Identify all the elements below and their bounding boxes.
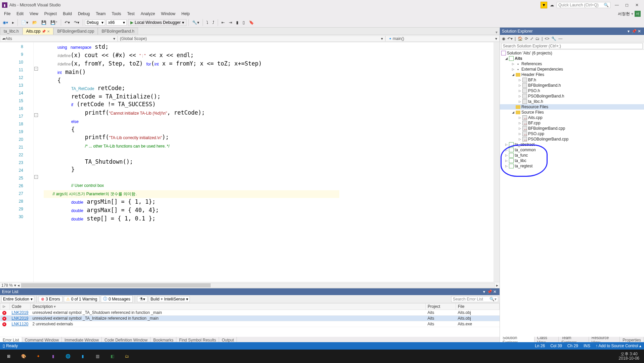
panel-menu-icon[interactable]: ▾ <box>481 289 487 294</box>
se-more-icon[interactable]: — <box>558 36 562 41</box>
config-select[interactable]: Debug▾ <box>85 19 105 26</box>
source-file[interactable]: ▷PSO.cpp <box>500 131 644 136</box>
col-code[interactable]: Code <box>10 304 31 310</box>
menu-build[interactable]: Build <box>60 11 75 17</box>
uncomment-button[interactable]: ▯ <box>241 19 246 26</box>
menu-analyze[interactable]: Analyze <box>138 11 158 17</box>
status-source-control[interactable]: ↑ Add to Source Control ▴ <box>596 344 641 348</box>
pin-icon[interactable]: 📌 <box>42 30 46 33</box>
taskbar-vscode[interactable]: ▮ <box>75 350 90 363</box>
panel-close-icon[interactable]: ✕ <box>637 29 642 34</box>
code-editor[interactable]: 8910111213141516171819202122232425262728… <box>0 42 500 282</box>
tab-bfbolingerband-cpp[interactable]: BFBolingerBand.cpp <box>53 28 98 35</box>
tab-ta-libc-h[interactable]: ta_libc.h <box>0 28 23 35</box>
user-avatar[interactable]: 서 <box>635 11 641 17</box>
error-search-input[interactable]: Search Error List🔍▾ <box>451 296 498 302</box>
source-file[interactable]: ▷BF.cpp <box>500 120 644 126</box>
error-table[interactable]: ⊳ Code Description ▾ Project File ✕ LNK2… <box>0 303 500 337</box>
warnings-filter-button[interactable]: ⚠0 of 1 Warning <box>64 296 100 302</box>
bookmark-button[interactable]: 🔖 <box>248 19 255 26</box>
solution-tree[interactable]: Solution 'Aits' (6 projects) ◢Aits ▷▪Ref… <box>500 50 644 337</box>
project-ta-libc[interactable]: ▷ta_libc <box>500 158 644 163</box>
minimize-button[interactable]: — <box>612 2 622 8</box>
h-scrollbar[interactable] <box>21 283 495 288</box>
header-file[interactable]: ▷BFBolingerBand.h <box>500 83 644 88</box>
system-clock[interactable]: 오후 3:40 2018-10-06 <box>615 352 643 361</box>
error-row[interactable]: ✕ LNK2019 unresolved external symbol _TA… <box>0 310 500 316</box>
panel-menu-icon[interactable]: ▾ <box>626 29 631 34</box>
scroll-left-icon[interactable]: ◂ <box>17 283 19 288</box>
project-scope-select[interactable]: ▰ Aits▾ <box>0 36 118 42</box>
menu-edit[interactable]: Edit <box>14 11 26 17</box>
forward-button[interactable]: ▸ <box>11 19 15 26</box>
header-file[interactable]: ▷PSOBolingerBand.h <box>500 93 644 99</box>
source-file[interactable]: ▷BFBolingerBand.cpp <box>500 126 644 131</box>
menu-team[interactable]: Team <box>93 11 108 17</box>
build-mode-select[interactable]: Build + IntelliSense▾ <box>149 296 190 302</box>
menu-tools[interactable]: Tools <box>109 11 124 17</box>
project-ta-func[interactable]: ▷ta_func <box>500 153 644 158</box>
error-scope-select[interactable]: Entire Solution▾ <box>1 296 34 302</box>
solution-node[interactable]: Solution 'Aits' (6 projects) <box>500 50 644 56</box>
indent-left-button[interactable]: ⇤ <box>220 19 226 26</box>
indent-right-button[interactable]: ⇥ <box>227 19 233 26</box>
header-file[interactable]: ▷BF.h <box>500 77 644 83</box>
tab-aits-cpp[interactable]: Aits.cpp📌✕ <box>23 28 54 35</box>
panel-pin-icon[interactable]: 📌 <box>487 289 492 294</box>
se-back-icon[interactable]: ↶▾ <box>507 36 513 41</box>
undo-button[interactable]: ↶▾ <box>63 19 71 26</box>
taskbar-app[interactable]: ◧ <box>105 350 120 363</box>
project-ta-abstract[interactable]: ▷ta_abstract <box>500 142 644 147</box>
quick-launch-input[interactable]: Quick Launch (Ctrl+Q)🔍 <box>557 2 610 8</box>
start-debug-button[interactable]: ▶Local Windows Debugger▾ <box>128 19 186 26</box>
user-name[interactable]: 서정헌 <box>618 11 630 17</box>
taskbar-vs[interactable]: ▮ <box>46 350 60 363</box>
header-file[interactable]: ▷ta_libc.h <box>500 99 644 104</box>
source-file[interactable]: ▷Aits.cpp <box>500 115 644 120</box>
function-scope-select[interactable]: 🔹 main()▾ <box>385 36 500 42</box>
redo-button[interactable]: ↷▾ <box>73 19 81 26</box>
class-scope-select[interactable]: (Global Scope)▾ <box>118 36 385 42</box>
external-deps-node[interactable]: ▷▪External Dependencies <box>500 67 644 72</box>
error-row[interactable]: ✕ LNK1120 2 unresolved externals Aits Ai… <box>0 321 500 327</box>
editor-scrollbar[interactable] <box>493 42 500 282</box>
maximize-button[interactable]: ◻ <box>622 2 632 8</box>
tab-overflow-icon[interactable]: ▾ <box>493 30 500 35</box>
se-properties-icon[interactable]: <> <box>545 36 549 41</box>
col-icon[interactable]: ⊳ <box>0 304 10 310</box>
project-ta-regtest[interactable]: ▷ta_regtest <box>500 163 644 169</box>
se-collapse-icon[interactable]: ⤢ <box>530 36 533 41</box>
col-description[interactable]: Description ▾ <box>31 304 426 310</box>
menu-debug[interactable]: Debug <box>75 11 92 17</box>
build-button[interactable]: 🔧▾ <box>191 19 201 26</box>
feedback-icon[interactable]: ☁ <box>549 2 555 8</box>
panel-close-icon[interactable]: ✕ <box>492 289 498 294</box>
panel-pin-icon[interactable]: 📌 <box>631 29 637 34</box>
menu-view[interactable]: View <box>27 11 41 17</box>
project-aits[interactable]: ◢Aits <box>500 56 644 61</box>
open-file-button[interactable]: 📂 <box>31 19 39 26</box>
errors-filter-button[interactable]: ⊗3 Errors <box>39 296 62 302</box>
header-file[interactable]: ▷PSO.h <box>500 88 644 93</box>
zoom-level[interactable]: 178 % <box>1 283 13 288</box>
source-file[interactable]: ▷PSOBolingerBand.cpp <box>500 136 644 142</box>
messages-filter-button[interactable]: ⓘ0 Messages <box>101 295 133 302</box>
filter-icon-button[interactable]: ⚗▾ <box>137 296 147 302</box>
close-button[interactable]: ✕ <box>632 2 642 8</box>
taskbar-app[interactable]: ✦ <box>31 350 46 363</box>
notification-badge[interactable]: ▼ <box>541 2 547 8</box>
tab-bfbolingerband-h[interactable]: BFBolingerBand.h <box>98 28 138 35</box>
menu-file[interactable]: File <box>1 11 13 17</box>
step-over-button[interactable]: ⤴ <box>211 19 216 26</box>
se-search[interactable] <box>500 42 644 50</box>
menu-help[interactable]: Help <box>179 11 192 17</box>
new-file-button[interactable]: 📄▾ <box>20 19 30 26</box>
start-button[interactable]: ⊞ <box>1 350 16 363</box>
col-file[interactable]: File <box>456 304 500 310</box>
taskbar-explorer[interactable]: 🗂 <box>120 350 134 363</box>
se-view-icon[interactable]: 🔧 <box>551 36 556 41</box>
menu-project[interactable]: Project <box>42 11 59 17</box>
se-refresh-icon[interactable]: ⟳ <box>525 36 528 41</box>
se-show-all-icon[interactable]: 🗂 <box>535 36 540 41</box>
error-row[interactable]: ✕ LNK2019 unresolved external symbol _TA… <box>0 316 500 321</box>
